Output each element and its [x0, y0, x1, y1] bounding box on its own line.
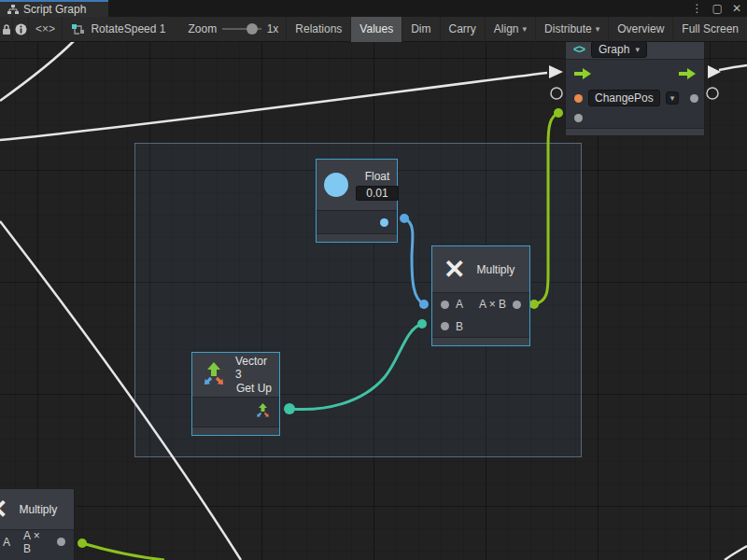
toolbar-button-carry[interactable]: Carry — [440, 17, 485, 42]
multiply-icon: ✕ — [444, 257, 465, 283]
toolbar-button-distribute[interactable]: Distribute▾ — [535, 17, 608, 42]
info-icon — [15, 23, 27, 35]
script-graph-icon — [7, 5, 19, 15]
zoom-label: Zoom — [188, 22, 217, 35]
node-footer — [317, 233, 397, 242]
node-vector3-get-up[interactable]: Vector 3 Get Up — [191, 352, 280, 436]
tab-script-graph[interactable]: Script Graph — [0, 0, 108, 17]
port-vector3-output[interactable] — [255, 403, 271, 418]
port-input-gray[interactable] — [574, 114, 583, 122]
script-graph-window: <> Graph ▾ ChangePos — [0, 0, 747, 560]
vector3-title: Vector 3 — [235, 355, 272, 381]
button-label: Relations — [295, 22, 342, 35]
port-a-label: A — [456, 298, 463, 311]
flow-output-arrow-icon[interactable] — [679, 68, 696, 79]
float-icon — [324, 173, 348, 197]
graph-toolbar: <×> RotateSpeed 1 Zoom 1x Relations Valu… — [0, 17, 747, 42]
chevron-down-icon: ▾ — [523, 24, 528, 34]
changepos-value: ChangePos — [595, 91, 654, 105]
toolbar-button-dim[interactable]: Dim — [402, 17, 439, 42]
graph-title-dropdown[interactable]: Graph ▾ — [591, 41, 647, 58]
chevron-down-icon: ▾ — [635, 45, 640, 54]
tab-bar: Script Graph — [0, 0, 747, 17]
button-label: Align — [494, 22, 519, 35]
breadcrumb-label: RotateSpeed 1 — [91, 22, 165, 35]
toolbar-button-values[interactable]: Values — [350, 17, 402, 42]
button-label: Full Screen — [682, 22, 739, 35]
button-label: Distribute — [544, 22, 592, 35]
node-footer — [192, 427, 279, 435]
button-label: Overview — [617, 22, 664, 35]
window-menu-icon[interactable]: ⋮ — [692, 2, 703, 15]
float-title: Float — [365, 170, 390, 183]
button-label: Values — [359, 22, 393, 35]
code-icon: <×> — [35, 22, 55, 35]
changepos-caret-button[interactable]: ▾ — [666, 91, 680, 105]
port-float-output[interactable] — [380, 218, 388, 227]
multiply-title: Multiply — [476, 263, 514, 276]
changepos-dropdown[interactable]: ChangePos — [588, 90, 660, 106]
port-b-label: B — [456, 320, 463, 333]
port-out-label: A × B — [479, 298, 506, 311]
button-label: Dim — [411, 22, 430, 35]
port-a-input[interactable] — [441, 301, 449, 309]
code-preview-button[interactable]: <×> — [29, 17, 63, 42]
tab-title: Script Graph — [23, 3, 86, 16]
flow-input-arrow-icon[interactable] — [574, 68, 591, 79]
toolbar-button-align[interactable]: Align▾ — [485, 17, 535, 42]
toolbar-button-overview[interactable]: Overview — [608, 17, 672, 42]
lock-icon — [1, 23, 12, 35]
zoom-value: 1x — [267, 22, 279, 35]
node-footer — [566, 128, 704, 135]
chevron-down-icon: ▾ — [596, 24, 600, 34]
port-out-label: A × B — [23, 529, 50, 555]
node-multiply[interactable]: ✕ Multiply A A × B B — [431, 245, 530, 346]
node-graph[interactable]: <> Graph ▾ ChangePos — [565, 39, 705, 136]
port-b-input[interactable] — [441, 322, 449, 330]
toolbar-button-relations[interactable]: Relations — [286, 17, 350, 42]
toolbar-button-fullscreen[interactable]: Full Screen — [672, 17, 747, 42]
lock-button[interactable] — [0, 17, 13, 42]
chevron-down-icon: ▾ — [670, 93, 675, 103]
port-out[interactable] — [513, 301, 521, 309]
window-maximize-icon[interactable]: ▢ — [712, 2, 723, 15]
float-value-input[interactable]: 0.01 — [356, 186, 399, 201]
getup-title: Get Up — [236, 382, 272, 395]
multiply-title: Multiply — [19, 503, 57, 516]
port-input-orange[interactable] — [574, 94, 583, 103]
vector3-icon — [200, 361, 228, 388]
node-footer — [432, 337, 529, 345]
breadcrumb[interactable]: RotateSpeed 1 — [63, 22, 175, 35]
graph-title: Graph — [599, 43, 629, 56]
port-output-gray[interactable] — [690, 94, 698, 103]
info-button[interactable] — [13, 17, 28, 42]
port-out[interactable] — [57, 538, 65, 546]
node-multiply-bottom[interactable]: ✕ Multiply A A × B — [0, 488, 75, 560]
node-float[interactable]: Float 0.01 — [316, 159, 398, 243]
window-close-icon[interactable]: ✕ — [732, 2, 741, 15]
graph-breadcrumb-icon — [72, 23, 85, 35]
graph-brackets-icon: <> — [573, 43, 585, 56]
zoom-slider[interactable] — [222, 28, 261, 30]
zoom-slider-handle[interactable] — [247, 23, 258, 35]
multiply-icon: ✕ — [0, 497, 7, 523]
button-label: Carry — [449, 22, 476, 35]
port-a-label: A — [3, 536, 10, 549]
